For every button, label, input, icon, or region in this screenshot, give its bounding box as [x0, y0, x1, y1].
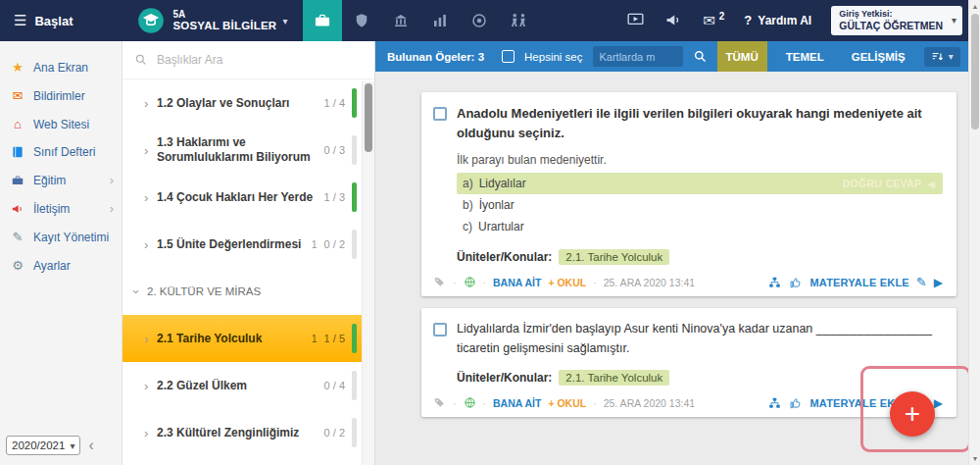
- question-text: Lidyalılarda İzmir'den başlayıp Asur ken…: [457, 320, 943, 358]
- sort-button[interactable]: ▾: [924, 47, 960, 67]
- sidebar-item-web-sitesi[interactable]: ⌂ Web Sitesi: [0, 110, 122, 138]
- scrollbar-thumb[interactable]: [971, 14, 979, 129]
- progress-bar: [352, 418, 357, 447]
- add-to-material-button[interactable]: MATERYALE EKLE: [809, 277, 908, 288]
- card-checkbox[interactable]: [433, 323, 447, 336]
- sidebar-item-iletisim[interactable]: İletişim ›: [0, 194, 122, 223]
- shared-with-label: + OKUL: [548, 277, 586, 288]
- units-label: Üniteler/Konular:: [457, 250, 552, 264]
- add-new-button[interactable]: +: [890, 391, 935, 437]
- chevron-down-icon: ›: [134, 285, 147, 298]
- module-education-button[interactable]: [303, 0, 342, 41]
- sidebar-item-ana-ekran[interactable]: ★ Ana Ekran: [0, 53, 122, 81]
- tree-item[interactable]: › 2.4 Kültürel Özelliklerimiz 1 / 2: [122, 456, 362, 465]
- camera-icon: [470, 12, 488, 29]
- user-name: GÜLTAÇ ÖĞRETMEN: [839, 20, 943, 32]
- module-activities-button[interactable]: [499, 0, 538, 41]
- tab-gelismis[interactable]: GELİŞMİŞ: [843, 41, 914, 72]
- screen-share-icon[interactable]: [626, 12, 645, 28]
- sitemap-icon[interactable]: [767, 396, 782, 410]
- tree-item-selected[interactable]: › 2.1 Tarihe Yolculuk 1 1 / 5: [122, 315, 362, 362]
- app-logo[interactable]: [137, 7, 165, 34]
- tree-item[interactable]: › 1.4 Çocuk Hakları Her Yerde 1 / 3: [122, 174, 362, 221]
- thumbs-up-icon[interactable]: [789, 396, 803, 410]
- user-menu[interactable]: Giriş Yetkisi: GÜLTAÇ ÖĞRETMEN ▾: [831, 6, 962, 34]
- scroll-down-arrow[interactable]: ▼: [969, 455, 980, 462]
- card-date: 25. ARA 2020 13:41: [604, 397, 695, 409]
- card-checkbox[interactable]: [433, 107, 447, 121]
- tree-item[interactable]: › 1.2 Olaylar ve Sonuçları 1 / 4: [122, 79, 362, 127]
- chevron-right-icon: ›: [110, 173, 114, 187]
- thumbs-up-icon[interactable]: [789, 276, 803, 289]
- answer-option-b[interactable]: b) İyonlar: [457, 194, 943, 216]
- sitemap-icon[interactable]: [767, 276, 782, 289]
- gear-icon: ⚙: [10, 258, 25, 273]
- window-scrollbar[interactable]: ▲ ▼: [968, 0, 980, 465]
- notebook-icon: [10, 145, 25, 159]
- globe-icon[interactable]: [464, 396, 476, 409]
- sidebar-item-bildirimler[interactable]: ✉ Bildirimler: [0, 81, 122, 110]
- envelope-icon: ✉: [703, 12, 715, 29]
- sidebar: ★ Ana Ekran ✉ Bildirimler ⌂ Web Sitesi S…: [0, 41, 122, 465]
- school-year-select[interactable]: 2020/2021 ▾: [6, 436, 80, 455]
- caret-down-icon: ▾: [952, 15, 956, 26]
- caret-down-icon: ▾: [949, 51, 954, 62]
- tag-icon[interactable]: [433, 276, 446, 288]
- cards-search-input[interactable]: [593, 46, 683, 67]
- messages-button[interactable]: ✉ 2: [703, 12, 724, 29]
- topic-tree-panel: › 1.2 Olaylar ve Sonuçları 1 / 4 › 1.3 H…: [122, 41, 375, 465]
- progress-bar: [352, 277, 357, 306]
- module-institution-button[interactable]: [381, 0, 420, 41]
- progress-bar: [352, 182, 357, 212]
- chevron-right-icon: ›: [144, 427, 157, 439]
- answer-option-a[interactable]: a) Lidyalılar DOĞRU CEVAP ◀: [457, 173, 943, 194]
- search-icon[interactable]: [693, 49, 708, 64]
- progress-bar: [352, 88, 357, 118]
- play-icon[interactable]: ▶: [934, 276, 943, 289]
- sort-icon: [931, 50, 945, 64]
- unit-tag[interactable]: 2.1. Tarihe Yolculuk: [559, 370, 669, 386]
- tree-item[interactable]: › 2.3 Kültürel Zenginliğimiz 0 / 2: [122, 409, 362, 456]
- globe-icon[interactable]: [464, 276, 476, 288]
- announcement-icon[interactable]: [664, 12, 683, 28]
- tree-scrollbar-thumb[interactable]: [365, 83, 372, 152]
- tree-section-kultur-ve-miras[interactable]: › 2. KÜLTÜR VE MİRAS: [122, 268, 362, 315]
- module-reports-button[interactable]: [420, 0, 460, 41]
- tree-search-input[interactable]: [157, 53, 304, 67]
- tree-item[interactable]: › 1.3 Haklarımı ve Sorumluluklarımı Bili…: [122, 127, 362, 174]
- tree-item[interactable]: › 1.5 Ünite Değerlendirmesi 1 0 / 2: [122, 221, 362, 268]
- sidebar-item-egitim[interactable]: Eğitim ›: [0, 166, 122, 194]
- tree-scrollbar[interactable]: [362, 81, 374, 465]
- play-icon[interactable]: ▶: [934, 396, 943, 410]
- separator-dot: [483, 397, 487, 409]
- sidebar-item-kayit-yonetimi[interactable]: ✎ Kayıt Yönetimi: [0, 223, 122, 251]
- unit-tag[interactable]: 2.1. Tarihe Yolculuk: [559, 249, 669, 265]
- module-media-button[interactable]: [460, 0, 499, 41]
- question-card: Anadolu Medeniyetleri ile ilgili verilen…: [421, 92, 956, 296]
- start-button[interactable]: ☰ Başlat: [0, 0, 86, 41]
- help-button[interactable]: ? Yardım AI: [744, 13, 811, 27]
- shield-icon: [353, 12, 370, 29]
- progress-bar: [352, 135, 357, 165]
- scroll-up-arrow[interactable]: ▲: [969, 3, 980, 10]
- sidebar-item-label: Ayarlar: [33, 259, 71, 273]
- tab-tumu[interactable]: TÜMÜ: [717, 41, 767, 72]
- topbar-right-actions: ✉ 2 ? Yardım AI Giriş Yetkisi: GÜLTAÇ ÖĞ…: [626, 6, 962, 34]
- class-course-dropdown[interactable]: 5A SOSYAL BİLGİLER ▾: [172, 9, 287, 33]
- tag-icon[interactable]: [433, 396, 446, 409]
- card-footer: BANA AİT + OKUL 25. ARA 2020 13:41 MATER…: [433, 275, 943, 289]
- edit-icon[interactable]: ✎: [916, 275, 927, 289]
- card-footer: BANA AİT + OKUL 25. ARA 2020 13:41 MATER…: [433, 395, 943, 410]
- collapse-sidebar-button[interactable]: ‹: [88, 437, 93, 454]
- tree-item-count: 0 / 2: [324, 238, 345, 250]
- tab-temel[interactable]: TEMEL: [777, 41, 833, 72]
- star-icon: ★: [10, 60, 25, 75]
- sidebar-item-ayarlar[interactable]: ⚙ Ayarlar: [0, 251, 122, 280]
- answer-option-c[interactable]: c) Urartular: [457, 216, 943, 237]
- module-security-button[interactable]: [342, 0, 381, 41]
- tree-list: › 1.2 Olaylar ve Sonuçları 1 / 4 › 1.3 H…: [122, 79, 374, 465]
- select-all-checkbox[interactable]: [502, 50, 514, 63]
- sidebar-item-sinif-defteri[interactable]: Sınıf Defteri: [0, 138, 122, 166]
- tree-item[interactable]: › 2.2 Güzel Ülkem 0 / 4: [122, 362, 362, 409]
- option-key: a): [463, 177, 473, 190]
